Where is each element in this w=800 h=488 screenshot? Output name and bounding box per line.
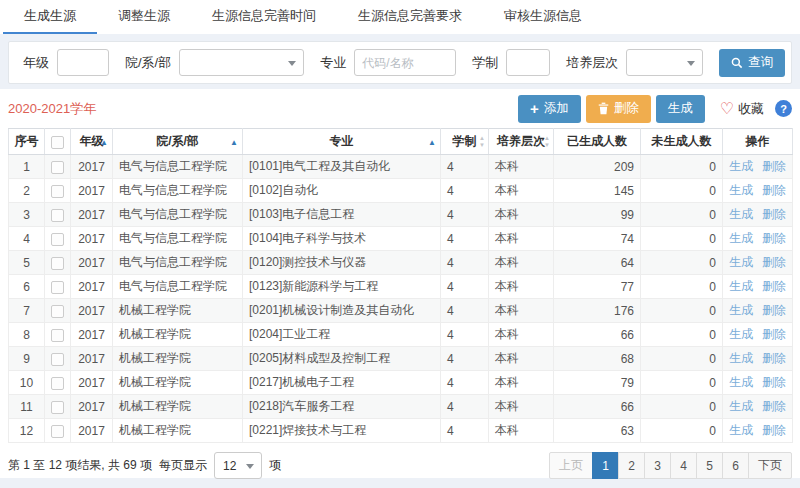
tab-5[interactable]: 审核生源信息	[483, 0, 603, 34]
row-generate-link[interactable]: 生成	[729, 399, 753, 413]
cell-department: 电气与信息工程学院	[113, 203, 243, 227]
row-generate-link[interactable]: 生成	[729, 231, 753, 245]
cell-ungenerated: 0	[641, 323, 723, 347]
cell-grade: 2017	[71, 395, 113, 419]
cell-checkbox	[45, 251, 71, 275]
row-generate-link[interactable]: 生成	[729, 207, 753, 221]
delete-button-label: 删除	[614, 100, 639, 117]
row-delete-link[interactable]: 删除	[762, 399, 786, 413]
cell-department: 机械工程学院	[113, 395, 243, 419]
tab-4[interactable]: 生源信息完善要求	[337, 0, 483, 34]
row-generate-link[interactable]: 生成	[729, 327, 753, 341]
cell-generated: 68	[554, 347, 641, 371]
column-header-generated: 已生成人数	[554, 129, 641, 155]
row-checkbox[interactable]	[51, 425, 64, 438]
pagination-page-2[interactable]: 2	[618, 452, 645, 479]
department-select[interactable]	[179, 49, 304, 76]
cell-generated: 74	[554, 227, 641, 251]
row-generate-link[interactable]: 生成	[729, 423, 753, 437]
row-checkbox[interactable]	[51, 161, 64, 174]
row-delete-link[interactable]: 删除	[762, 231, 786, 245]
row-delete-link[interactable]: 删除	[762, 375, 786, 389]
add-button[interactable]: + 添加	[518, 95, 581, 123]
row-checkbox[interactable]	[51, 401, 64, 414]
row-delete-link[interactable]: 删除	[762, 207, 786, 221]
toolbar: 2020-2021学年 + 添加 删除 生成	[8, 93, 792, 124]
cell-index: 1	[9, 155, 45, 179]
row-checkbox[interactable]	[51, 209, 64, 222]
row-generate-link[interactable]: 生成	[729, 255, 753, 269]
cell-ungenerated: 0	[641, 275, 723, 299]
cell-checkbox	[45, 323, 71, 347]
cell-department: 机械工程学院	[113, 323, 243, 347]
row-delete-link[interactable]: 删除	[762, 327, 786, 341]
cell-actions: 生成删除	[723, 227, 793, 251]
per-page-select[interactable]: 12	[214, 452, 262, 479]
row-checkbox[interactable]	[51, 377, 64, 390]
row-checkbox[interactable]	[51, 353, 64, 366]
cell-ungenerated: 0	[641, 371, 723, 395]
column-header-duration[interactable]: 学制▲▼	[441, 129, 489, 155]
row-delete-link[interactable]: 删除	[762, 423, 786, 437]
cell-duration: 4	[441, 155, 489, 179]
row-generate-link[interactable]: 生成	[729, 375, 753, 389]
pagination-next-button[interactable]: 下页	[748, 452, 792, 479]
cell-checkbox	[45, 155, 71, 179]
row-checkbox[interactable]	[51, 329, 64, 342]
generate-button[interactable]: 生成	[656, 95, 705, 123]
search-button[interactable]: 查询	[719, 49, 785, 77]
cell-grade: 2017	[71, 419, 113, 443]
favorite-button[interactable]: ♡ 收藏	[720, 100, 764, 118]
column-header-level[interactable]: 培养层次▲▼	[489, 129, 554, 155]
cell-major: [0101]电气工程及其自动化	[243, 155, 441, 179]
row-delete-link[interactable]: 删除	[762, 351, 786, 365]
cell-major: [0104]电子科学与技术	[243, 227, 441, 251]
cell-department: 电气与信息工程学院	[113, 179, 243, 203]
column-label-index: 序号	[15, 134, 39, 148]
tab-2[interactable]: 调整生源	[97, 0, 191, 34]
select-all-checkbox[interactable]	[51, 136, 64, 149]
pagination-page-3[interactable]: 3	[644, 452, 671, 479]
major-input[interactable]	[354, 49, 456, 76]
pagination-page-4[interactable]: 4	[670, 452, 697, 479]
column-header-major[interactable]: 专业▲	[243, 129, 441, 155]
row-generate-link[interactable]: 生成	[729, 279, 753, 293]
level-select[interactable]	[626, 49, 703, 76]
row-delete-link[interactable]: 删除	[762, 255, 786, 269]
row-generate-link[interactable]: 生成	[729, 351, 753, 365]
row-generate-link[interactable]: 生成	[729, 159, 753, 173]
row-checkbox[interactable]	[51, 185, 64, 198]
sort-down-icon: ▼	[544, 142, 550, 149]
pagination-page-5[interactable]: 5	[696, 452, 723, 479]
row-generate-link[interactable]: 生成	[729, 303, 753, 317]
pagination-page-1[interactable]: 1	[592, 452, 619, 479]
department-label: 院/系/部	[125, 54, 171, 72]
pagination-prev-button[interactable]: 上页	[549, 452, 593, 479]
table-row: 12017电气与信息工程学院[0101]电气工程及其自动化4本科2090生成删除	[9, 155, 793, 179]
row-delete-link[interactable]: 删除	[762, 303, 786, 317]
help-icon[interactable]: ?	[775, 100, 792, 117]
cell-department: 电气与信息工程学院	[113, 251, 243, 275]
row-checkbox[interactable]	[51, 233, 64, 246]
pagination-page-6[interactable]: 6	[722, 452, 749, 479]
duration-input[interactable]	[506, 49, 550, 76]
search-icon	[731, 57, 743, 69]
row-checkbox[interactable]	[51, 281, 64, 294]
column-header-grade[interactable]: 年级▲	[71, 129, 113, 155]
cell-ungenerated: 0	[641, 155, 723, 179]
tab-3[interactable]: 生源信息完善时间	[191, 0, 337, 34]
row-checkbox[interactable]	[51, 257, 64, 270]
cell-checkbox	[45, 227, 71, 251]
cell-department: 机械工程学院	[113, 299, 243, 323]
tab-1[interactable]: 生成生源	[3, 0, 97, 34]
favorite-label: 收藏	[738, 100, 764, 118]
grade-input[interactable]	[57, 49, 109, 76]
row-delete-link[interactable]: 删除	[762, 159, 786, 173]
cell-generated: 176	[554, 299, 641, 323]
row-checkbox[interactable]	[51, 305, 64, 318]
row-generate-link[interactable]: 生成	[729, 183, 753, 197]
row-delete-link[interactable]: 删除	[762, 279, 786, 293]
row-delete-link[interactable]: 删除	[762, 183, 786, 197]
column-header-department[interactable]: 院/系/部▲	[113, 129, 243, 155]
delete-button[interactable]: 删除	[586, 95, 651, 123]
